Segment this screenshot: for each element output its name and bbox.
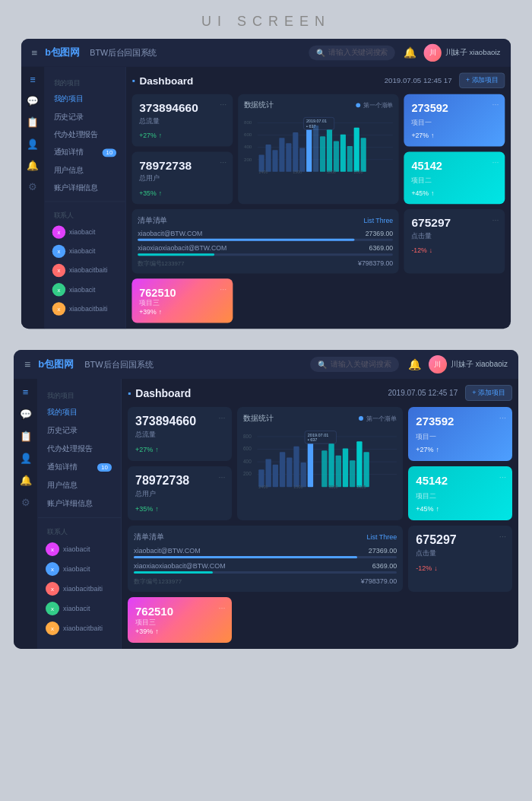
right-card-menu-1[interactable]: ··· — [492, 100, 499, 110]
stat-label-users: 总用户 — [139, 174, 225, 184]
user-icon[interactable]: 👤 — [27, 138, 39, 150]
stat-label-clicks-2: 点击量 — [416, 548, 505, 558]
settings-icon-2[interactable]: ⚙ — [21, 497, 30, 508]
sidebar-contact-2-5[interactable]: x xiaobacitbaiti — [38, 618, 121, 638]
sidebar-item-history-2[interactable]: 历史记录 — [38, 421, 121, 440]
sidebar-item-myproject-2[interactable]: 我的项目 — [38, 403, 121, 421]
sidebar-contact-2-2[interactable]: x xiaobacit — [38, 559, 121, 579]
sidebar-contact-5[interactable]: x xiaobacitbaiti — [45, 299, 125, 318]
right-card-value-2-2: 45142 — [416, 474, 505, 487]
contact-avatar-2-4: x — [46, 602, 59, 615]
sidebar-contact-3[interactable]: x xiaobacitbaiti — [45, 261, 125, 280]
hamburger-icon[interactable]: ≡ — [32, 47, 38, 59]
right-card-menu-3[interactable]: ··· — [220, 284, 226, 294]
row-email-2: xiaoxiaoxiaobacit@BTW.COM — [138, 245, 226, 253]
svg-text:800: 800 — [243, 434, 252, 439]
svg-text:600: 600 — [244, 132, 252, 137]
legend-dot — [356, 103, 361, 107]
right-card-value-2: 45142 — [411, 159, 497, 171]
search-bar[interactable]: 🔍 请输入关键词搜索 — [309, 46, 394, 60]
stat-card-menu-2-1[interactable]: ··· — [218, 413, 225, 422]
svg-rect-12 — [286, 143, 291, 172]
svg-text:1500: 1500 — [293, 485, 302, 489]
main-layout-2: ≡ 💬 📋 👤 🔔 ⚙ 我的项目 我的项目 历史记录 代办处理报告 通知详情 1… — [14, 379, 518, 649]
stat-card-traffic-2: ··· 373894660 总流量 +27% ↑ — [128, 407, 232, 461]
chat-icon[interactable]: 💬 — [27, 96, 39, 107]
stat-card-menu-2[interactable]: ··· — [220, 157, 226, 167]
sidebar-item-notify[interactable]: 通知详情 10 — [45, 144, 125, 161]
stat-label-users-2: 总用户 — [135, 489, 224, 499]
stat-card-menu-2-2[interactable]: ··· — [218, 472, 225, 482]
sidebar-item-todo[interactable]: 代办处理报告 — [45, 126, 125, 143]
svg-rect-26 — [360, 138, 366, 172]
contact-name-3: xiaobacitbaiti — [69, 267, 107, 275]
chat-icon-2[interactable]: 💬 — [20, 408, 32, 420]
svg-rect-23 — [340, 135, 345, 172]
bell-icon-2[interactable]: 🔔 — [408, 358, 421, 370]
user-name: 川妹子 xiaobaoiz — [445, 48, 501, 59]
chart-title: 数据统计 — [244, 100, 274, 111]
right-card-menu-2-3[interactable]: ··· — [218, 603, 225, 612]
sidebar-item-userinfo[interactable]: 用户信息 — [45, 161, 125, 179]
user-avatar: 川 — [424, 44, 442, 62]
stat-value-clicks-2: 675297 — [416, 533, 505, 547]
stat-change-clicks: -12% ↓ — [411, 247, 497, 255]
sidebar-item-myproject[interactable]: 我的项目 — [45, 91, 125, 108]
user-icon-2[interactable]: 👤 — [20, 453, 32, 464]
contact-name-2-5: xiaobacitbaiti — [63, 625, 103, 632]
svg-rect-14 — [299, 148, 305, 172]
stat-card-menu-3[interactable]: ··· — [492, 215, 499, 224]
sidebar-contact-2[interactable]: x xiaobacit — [45, 242, 125, 261]
stat-label-clicks: 点击量 — [411, 231, 497, 241]
search-bar-2[interactable]: 🔍 请输入关键词搜索 — [310, 357, 399, 372]
right-card-label-1: 项目一 — [411, 118, 497, 128]
stat-card-menu-1[interactable]: ··· — [220, 100, 226, 110]
logo: b包图网 — [45, 46, 80, 59]
right-card-menu-2-2[interactable]: ··· — [499, 472, 506, 482]
add-project-btn[interactable]: + 添加项目 — [459, 73, 505, 88]
sidebar-contact-2-1[interactable]: x xiaobacit — [38, 539, 121, 559]
menu-icon[interactable]: ≡ — [30, 75, 35, 86]
contact-avatar-2: x — [52, 245, 65, 258]
clipboard-icon-2[interactable]: 📋 — [20, 431, 32, 442]
bell-icon[interactable]: 🔔 — [404, 47, 416, 59]
stat-label-traffic-2: 总流量 — [135, 430, 224, 440]
sidebar-contact-4[interactable]: x xiaobacit — [45, 280, 125, 299]
hamburger-icon-2[interactable]: ≡ — [24, 358, 30, 370]
sidebar-item-history[interactable]: 历史记录 — [45, 108, 125, 126]
system-name: BTW后台回国系统 — [90, 47, 309, 59]
clipboard-icon[interactable]: 📋 — [27, 117, 39, 129]
right-card-change-3: +39% ↑ — [139, 308, 225, 316]
legend-dot-2 — [359, 416, 363, 421]
right-card-value-2-3: 762510 — [135, 605, 224, 618]
right-card-menu-2-1[interactable]: ··· — [499, 413, 506, 422]
sidebar-contact-2-3[interactable]: x xiaobacitbaiti — [38, 579, 121, 599]
right-card-2-2: ··· 45142 项目二 +45% ↑ — [408, 466, 512, 520]
sidebar-contact-1[interactable]: x xiaobacit — [45, 223, 125, 242]
settings-icon[interactable]: ⚙ — [28, 181, 37, 192]
svg-text:2400: 2400 — [258, 485, 268, 489]
contact-avatar-2-5: x — [46, 621, 59, 635]
logo-2: b包图网 — [38, 358, 74, 371]
bell-side-icon-2[interactable]: 🔔 — [20, 475, 32, 486]
sidebar-item-todo-2[interactable]: 代办处理报告 — [38, 440, 121, 458]
svg-rect-40 — [265, 459, 271, 487]
sidebar-item-accountinfo[interactable]: 账户详细信息 — [45, 179, 125, 196]
bell-side-icon[interactable]: 🔔 — [27, 160, 39, 171]
stat-card-menu-2-3[interactable]: ··· — [499, 532, 506, 541]
right-card-menu-2[interactable]: ··· — [492, 157, 499, 167]
right-card-label-3: 项目三 — [139, 298, 225, 308]
svg-text:800: 800 — [244, 119, 252, 125]
progress-fill-2-1 — [134, 556, 357, 558]
add-project-btn-2[interactable]: + 添加项目 — [465, 385, 512, 401]
progress-fill-1 — [138, 239, 355, 241]
sidebar-item-accountinfo-2[interactable]: 账户详细信息 — [38, 494, 121, 513]
stat-value-clicks: 675297 — [411, 217, 497, 230]
sidebar-item-userinfo-2[interactable]: 用户信息 — [38, 476, 121, 494]
menu-icon-2[interactable]: ≡ — [23, 386, 29, 398]
svg-text:1500: 1500 — [293, 170, 302, 174]
dash-title-2: ▪ Dashboard — [128, 387, 388, 399]
sidebar-contact-2-4[interactable]: x xiaobacit — [38, 599, 121, 618]
sidebar-item-notify-2[interactable]: 通知详情 10 — [38, 458, 121, 476]
user-name-2: 川妹子 xiaobaoiz — [451, 359, 508, 370]
